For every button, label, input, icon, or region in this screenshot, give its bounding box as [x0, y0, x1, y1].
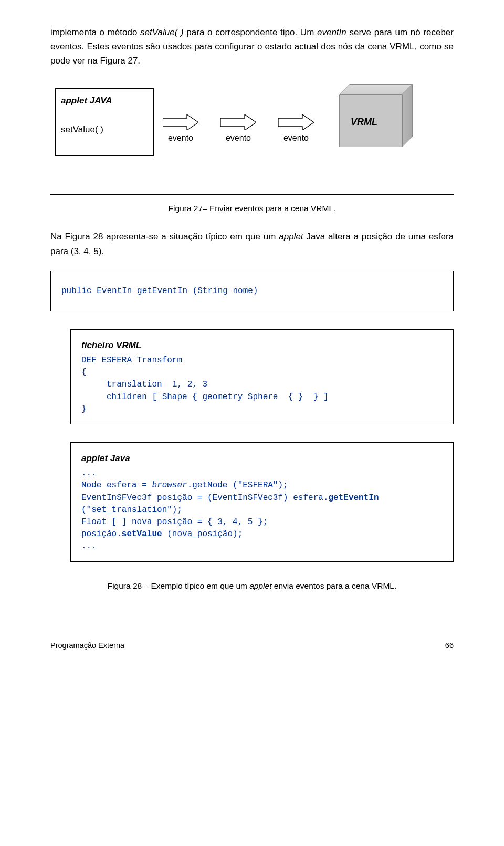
code-box-geteventin: public EventIn getEventIn (String nome)	[50, 271, 454, 311]
text: envia eventos para a cena VRML.	[271, 581, 396, 590]
page-footer: Programação Externa 66	[50, 640, 454, 652]
figure-27-separator	[50, 194, 454, 195]
arrow-icon	[163, 114, 198, 130]
svg-marker-0	[163, 114, 198, 130]
applet-box-title: applet JAVA	[61, 93, 148, 108]
text: implementa o método	[50, 27, 140, 37]
cube-top-face	[339, 84, 413, 95]
code-line: EventInSFVec3f posição = (EventInSFVec3f…	[81, 493, 379, 503]
code-line: ...	[81, 541, 97, 551]
footer-page-number: 66	[445, 640, 454, 652]
figure-27-diagram: applet JAVA setValue( ) evento evento ev…	[50, 81, 454, 186]
box-title: ficheiro VRML	[81, 338, 443, 352]
arrow-label: evento	[163, 131, 198, 145]
figure-28-boxes: public EventIn getEventIn (String nome) …	[50, 271, 454, 562]
vrml-cube-label: VRML	[351, 114, 377, 130]
arrow-icon	[220, 114, 256, 130]
arrow-3: evento	[278, 114, 314, 138]
code-line: ("set_translation");	[81, 505, 182, 515]
setvalue-label: setValue( )	[61, 122, 148, 137]
box-title: applet Java	[81, 451, 443, 465]
intro-paragraph: implementa o método setValue( ) para o c…	[50, 25, 454, 68]
arrow-icon	[278, 114, 314, 130]
figure-27-caption: Figura 27– Enviar eventos para a cena VR…	[50, 202, 454, 215]
arrow-label: evento	[278, 131, 314, 145]
eventin-term: eventIn	[317, 27, 346, 37]
footer-section-title: Programação Externa	[50, 640, 124, 652]
cube-side-face	[402, 84, 413, 147]
code-line: public EventIn getEventIn (String nome)	[61, 285, 443, 297]
text: para o correspondente tipo. Um	[184, 27, 317, 37]
applet-term: applet	[249, 581, 271, 590]
code-line: ...	[81, 468, 97, 478]
vrml-cube: VRML	[339, 84, 423, 152]
applet-java-box: applet JAVA setValue( )	[55, 88, 154, 156]
arrow-label: evento	[220, 131, 256, 145]
method-name: setValue( )	[140, 27, 184, 37]
figure-28-caption: Figura 28 – Exemplo típico em que um app…	[50, 580, 454, 593]
text: Na Figura 28 apresenta-se a situação típ…	[50, 232, 279, 242]
paragraph-2: Na Figura 28 apresenta-se a situação típ…	[50, 229, 454, 258]
text: Figura 28 – Exemplo típico em que um	[108, 581, 250, 590]
code-block: DEF ESFERA Transform { translation 1, 2,…	[81, 354, 443, 415]
code-line: posição.setValue (nova_posição);	[81, 529, 243, 539]
code-line: Float [ ] nova_posição = { 3, 4, 5 };	[81, 517, 268, 527]
code-box-applet-java: applet Java ... Node esfera = browser.ge…	[70, 442, 454, 562]
svg-marker-2	[278, 114, 314, 130]
code-block: ... Node esfera = browser.getNode ("ESFE…	[81, 467, 443, 552]
code-box-vrml-file: ficheiro VRML DEF ESFERA Transform { tra…	[70, 329, 454, 424]
applet-term: applet	[279, 232, 303, 242]
svg-marker-1	[220, 114, 256, 130]
code-line: Node esfera = browser.getNode ("ESFERA")…	[81, 481, 288, 490]
arrow-2: evento	[220, 114, 256, 138]
arrow-1: evento	[163, 114, 198, 138]
